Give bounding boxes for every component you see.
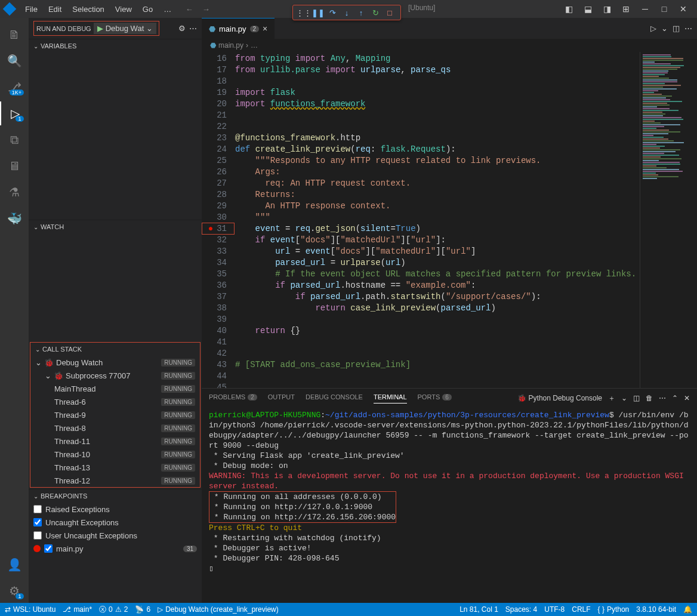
layout-panel-icon[interactable]: ⬓ bbox=[579, 2, 597, 16]
split-editor-icon[interactable]: ◫ bbox=[673, 24, 680, 33]
panel-tab-output[interactable]: OUTPUT bbox=[268, 393, 295, 403]
run-icon[interactable]: ▷ bbox=[650, 24, 656, 33]
callstack-item[interactable]: Thread-13RUNNING bbox=[30, 461, 200, 474]
callstack-item[interactable]: ⌄ 🐞 Debug WatchRUNNING bbox=[30, 356, 200, 369]
close-panel-icon[interactable]: ✕ bbox=[684, 394, 690, 402]
breakpoints-header[interactable]: ⌄BREAKPOINTS bbox=[29, 489, 202, 503]
cursor-pos[interactable]: Ln 81, Col 1 bbox=[459, 605, 498, 614]
activity-testing[interactable]: ⚗ bbox=[0, 180, 29, 204]
breakpoint-item[interactable]: Raised Exceptions bbox=[29, 503, 202, 516]
status-bar: ⇄WSL: Ubuntu ⎇main* ⓧ0 ⚠2 📡 6 ▷ Debug Wa… bbox=[0, 603, 697, 616]
variables-header[interactable]: ⌄VARIABLES bbox=[29, 39, 202, 53]
activity-run-debug[interactable]: ▷1 bbox=[0, 101, 29, 125]
editor-tabs: ⬣ main.py 2 × ▷ ⌄ ◫ ⋯ bbox=[202, 18, 697, 39]
callstack-header[interactable]: ⌄CALL STACK bbox=[30, 343, 200, 356]
callstack-item[interactable]: Thread-12RUNNING bbox=[30, 474, 200, 487]
debug-status[interactable]: ▷ Debug Watch (create_link_preview) bbox=[158, 605, 279, 614]
chevron-down-icon[interactable]: ⌄ bbox=[621, 394, 627, 402]
drag-handle-icon[interactable]: ⋮⋮ bbox=[297, 5, 311, 20]
activity-source-control[interactable]: ⎇1K+ bbox=[0, 75, 29, 99]
encoding[interactable]: UTF-8 bbox=[544, 605, 565, 614]
more-icon[interactable]: ⋯ bbox=[189, 24, 197, 33]
play-icon: ▶ bbox=[97, 24, 103, 33]
breadcrumb[interactable]: ⬣ main.py › … bbox=[202, 39, 697, 52]
layout-primary-icon[interactable]: ◧ bbox=[560, 2, 578, 16]
callstack-item[interactable]: Thread-8RUNNING bbox=[30, 421, 200, 435]
panel-tab-debug-console[interactable]: DEBUG CONSOLE bbox=[306, 393, 363, 403]
activity-settings[interactable]: ⚙1 bbox=[0, 579, 29, 603]
breakpoint-item[interactable]: Uncaught Exceptions bbox=[29, 516, 202, 529]
stop-icon[interactable]: □ bbox=[383, 5, 397, 20]
menu-edit[interactable]: Edit bbox=[44, 2, 66, 16]
chevron-down-icon[interactable]: ⌄ bbox=[661, 24, 668, 33]
notifications-icon[interactable]: 🔔 bbox=[683, 605, 692, 614]
panel-tab-ports[interactable]: PORTS 6 bbox=[418, 393, 452, 403]
step-out-icon[interactable]: ↑ bbox=[354, 5, 368, 20]
more-icon[interactable]: ⋯ bbox=[659, 394, 666, 402]
tab-close-icon[interactable]: × bbox=[263, 24, 267, 33]
maximize-panel-icon[interactable]: ⌃ bbox=[672, 394, 678, 402]
callstack-item[interactable]: Thread-6RUNNING bbox=[30, 395, 200, 408]
vscode-logo-icon bbox=[3, 2, 17, 16]
code-editor[interactable]: 161718192021222324252627282930●313233343… bbox=[202, 52, 697, 388]
menu-bar: FileEditSelectionViewGo… bbox=[20, 2, 176, 16]
nav-back-icon[interactable]: ← bbox=[182, 2, 196, 16]
activity-explorer[interactable]: 🗎 bbox=[0, 23, 29, 47]
activity-docker[interactable]: 🐳 bbox=[0, 207, 29, 230]
problems-status[interactable]: ⓧ0 ⚠2 bbox=[99, 605, 128, 615]
activity-search[interactable]: 🔍 bbox=[0, 49, 29, 73]
nav-fwd-icon[interactable]: → bbox=[199, 2, 213, 16]
eol[interactable]: CRLF bbox=[572, 605, 590, 614]
watch-header[interactable]: ⌄WATCH bbox=[29, 220, 202, 233]
layout-secondary-icon[interactable]: ◨ bbox=[598, 2, 616, 16]
callstack-item[interactable]: MainThreadRUNNING bbox=[30, 382, 200, 395]
activity-bar: 🗎🔍⎇1K+▷1⧉🖥⚗🐳👤⚙1 bbox=[0, 18, 29, 603]
callstack-item[interactable]: Thread-11RUNNING bbox=[30, 435, 200, 448]
trash-icon[interactable]: 🗑 bbox=[646, 394, 653, 402]
breakpoint-line-highlight bbox=[202, 223, 235, 235]
breakpoint-item[interactable]: main.py31 bbox=[29, 542, 202, 555]
menu-selection[interactable]: Selection bbox=[67, 2, 109, 16]
activity-extensions[interactable]: ⧉ bbox=[0, 128, 29, 152]
menu-file[interactable]: File bbox=[20, 2, 42, 16]
new-terminal-icon[interactable]: ＋ bbox=[608, 393, 615, 404]
restart-icon[interactable]: ↻ bbox=[368, 5, 383, 20]
activity-accounts[interactable]: 👤 bbox=[0, 553, 29, 577]
step-over-icon[interactable]: ↷ bbox=[325, 5, 340, 20]
minimize-icon[interactable]: ─ bbox=[636, 2, 654, 16]
debug-config-label: Debug Wat bbox=[106, 24, 144, 33]
minimap[interactable] bbox=[640, 52, 697, 388]
branch-icon: ⎇ bbox=[63, 605, 71, 614]
split-terminal-icon[interactable]: ◫ bbox=[633, 394, 640, 402]
tab-label: main.py bbox=[219, 24, 246, 33]
debug-toolbar[interactable]: ⋮⋮ ❚❚ ↷ ↓ ↑ ↻ □ bbox=[292, 5, 401, 20]
breakpoint-item[interactable]: User Uncaught Exceptions bbox=[29, 529, 202, 542]
panel: PROBLEMS 2OUTPUTDEBUG CONSOLETERMINALPOR… bbox=[202, 388, 697, 603]
terminal[interactable]: pierrick@LAPTOP-HKU5PNNG:~/git/add-ons-s… bbox=[202, 408, 697, 603]
callstack-item[interactable]: Thread-10RUNNING bbox=[30, 448, 200, 461]
python-interpreter[interactable]: 3.8.10 64-bit bbox=[636, 605, 676, 614]
maximize-icon[interactable]: □ bbox=[655, 2, 673, 16]
lang-mode[interactable]: { } Python bbox=[598, 605, 630, 614]
step-into-icon[interactable]: ↓ bbox=[340, 5, 354, 20]
activity-remote[interactable]: 🖥 bbox=[0, 154, 29, 178]
gear-icon[interactable]: ⚙ bbox=[178, 24, 186, 33]
panel-tab-problems[interactable]: PROBLEMS 2 bbox=[209, 393, 257, 403]
menu-…[interactable]: … bbox=[159, 2, 176, 16]
spaces[interactable]: Spaces: 4 bbox=[505, 605, 537, 614]
remote-indicator[interactable]: ⇄WSL: Ubuntu bbox=[5, 605, 55, 614]
callstack-item[interactable]: ⌄ 🐞 Subprocess 77007RUNNING bbox=[30, 369, 200, 382]
panel-tab-terminal[interactable]: TERMINAL bbox=[374, 393, 407, 404]
panel-tabs: PROBLEMS 2OUTPUTDEBUG CONSOLETERMINALPOR… bbox=[202, 389, 697, 408]
menu-view[interactable]: View bbox=[110, 2, 137, 16]
git-branch[interactable]: ⎇main* bbox=[63, 605, 92, 614]
ports-status[interactable]: 📡 6 bbox=[135, 605, 150, 614]
layout-custom-icon[interactable]: ⊞ bbox=[617, 2, 635, 16]
more-icon[interactable]: ⋯ bbox=[684, 24, 692, 33]
tab-main-py[interactable]: ⬣ main.py 2 × bbox=[202, 18, 275, 39]
callstack-item[interactable]: Thread-9RUNNING bbox=[30, 408, 200, 421]
menu-go[interactable]: Go bbox=[138, 2, 158, 16]
pause-icon[interactable]: ❚❚ bbox=[311, 5, 325, 20]
close-icon[interactable]: ✕ bbox=[674, 2, 692, 16]
debug-config-select[interactable]: ▶ Debug Wat ⌄ bbox=[94, 23, 157, 34]
